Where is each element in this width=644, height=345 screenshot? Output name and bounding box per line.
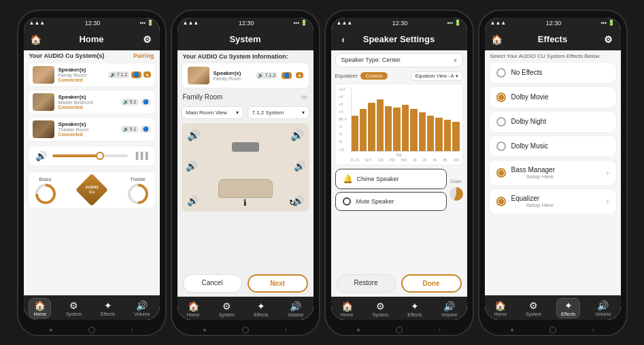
- eq-bar-col-7[interactable]: [410, 87, 417, 151]
- speaker-info-1: Speaker(s) Family Room Connected: [58, 67, 104, 82]
- ss-nav-effects-icon: ✦: [411, 301, 419, 312]
- treble-knob[interactable]: [128, 184, 148, 204]
- eq-bar-col-4[interactable]: [385, 87, 392, 151]
- eq-bar-col-8[interactable]: [419, 87, 426, 151]
- sys-nav-home[interactable]: 🏠 Home: [183, 299, 204, 318]
- logo-text: AUDIOCu: [85, 185, 98, 194]
- speaker-name-2: Speaker(s): [58, 94, 117, 100]
- effects-home-icon[interactable]: 🏠: [490, 33, 504, 46]
- phone-speaker-settings: ▲▲▲ 12:30 ▪▪▪ 🔋 ‹ Speaker Settings Speak…: [324, 10, 474, 336]
- system-info-card: Speaker(s) Family Room 🔊 7.1.2 🔵 ●: [182, 63, 309, 88]
- effect-name-no-effects: No Effects: [511, 69, 609, 76]
- ss-nav-effects[interactable]: ✦ Effects: [403, 299, 426, 318]
- effect-dolby-night[interactable]: Dolby Night: [489, 111, 617, 133]
- status-bar-ss: ▲▲▲ 12:30 ▪▪▪ 🔋: [331, 18, 467, 29]
- speaker-badges-1: 🔊 7.1.2 🔵 ●: [108, 71, 151, 78]
- eff-nav-system[interactable]: ⚙ System: [522, 299, 545, 318]
- effect-bass-manager[interactable]: Bass Manager Setup Here ›: [489, 160, 617, 186]
- eq-bar-col-2[interactable]: [368, 87, 375, 151]
- main-room-label: Main Room View: [186, 110, 227, 116]
- nav-home[interactable]: 🏠 Home: [29, 298, 51, 318]
- done-button[interactable]: Done: [401, 274, 462, 293]
- speaker-thumb-img-1: [33, 66, 54, 84]
- restore-button[interactable]: Restore: [337, 274, 396, 293]
- eq-bar-col-1[interactable]: [360, 87, 367, 151]
- eff-nav-effects[interactable]: ✦ Effects: [556, 298, 580, 318]
- eq-view-select[interactable]: Equalizer View - A ▾: [411, 71, 463, 81]
- eq-bar-4: [385, 106, 392, 151]
- eq-bar-0: [352, 116, 358, 151]
- speaker-row-2[interactable]: Speaker(s) Master Bedroom Connected 🔊 5.…: [28, 90, 156, 114]
- home-gear-icon[interactable]: ⚙: [141, 33, 154, 46]
- logo-center: AUDIOCu: [80, 178, 103, 201]
- speaker-badges-3: 🔊 9.1 🔵: [121, 126, 151, 133]
- eq-bar-col-3[interactable]: [377, 87, 384, 151]
- eq-bar-col-6[interactable]: [402, 87, 409, 151]
- system-dropdown[interactable]: 7.1.2 System ▾: [248, 106, 309, 119]
- volume-slider-thumb[interactable]: [96, 152, 104, 160]
- gesture-circle-3: [396, 327, 403, 333]
- effect-dolby-music[interactable]: Dolby Music: [489, 135, 617, 157]
- sys-nav-home-label: Home: [187, 312, 200, 317]
- effects-subtitle: Select Your AUDIO CU System Effects Belo…: [485, 50, 621, 61]
- eq-bar-col-11[interactable]: [444, 87, 451, 151]
- sys-nav-volume-icon: 🔊: [290, 301, 301, 312]
- eq-bar-8: [419, 112, 426, 150]
- sys-nav-effects-icon: ✦: [257, 301, 265, 312]
- mute-speaker-btn[interactable]: Mute Speaker: [335, 192, 447, 211]
- edit-icon[interactable]: ✏: [301, 93, 308, 102]
- ss-nav-system[interactable]: ⚙ System: [369, 299, 392, 318]
- ss-nav-home[interactable]: 🏠 Home: [337, 299, 358, 318]
- gesture-bar-1: ‹: [18, 325, 165, 335]
- radio-bass-manager: [496, 168, 506, 178]
- status-signal-3: ▲▲▲: [337, 20, 353, 26]
- cancel-button[interactable]: Cancel: [183, 274, 242, 293]
- gain-knob[interactable]: [450, 187, 463, 201]
- speaker-type-value: Speaker Type: Center: [341, 56, 454, 63]
- eq-bars-area: [351, 87, 460, 152]
- room-diagram: 🔊 🔊 🔊 🔊 🔊 🔊 ℹ ↻: [182, 123, 309, 212]
- treble-label: Treble: [130, 176, 145, 182]
- sys-nav-system[interactable]: ⚙ System: [215, 299, 239, 318]
- effect-no-effects[interactable]: No Effects: [489, 62, 617, 84]
- volume-slider-track[interactable]: [52, 154, 129, 157]
- eq-bar-col-9[interactable]: [427, 87, 434, 151]
- effects-content: Select Your AUDIO CU System Effects Belo…: [485, 50, 621, 295]
- eq-bar-col-10[interactable]: [435, 87, 442, 151]
- eff-nav-home[interactable]: 🏠 Home: [490, 299, 511, 318]
- ss-nav-volume[interactable]: 🔊 Volume: [437, 299, 461, 318]
- nav-effects[interactable]: ✦ Effects: [97, 299, 119, 318]
- eq-row: Equalizer Custom Equalizer View - A ▾: [331, 70, 467, 82]
- eff-nav-effects-label: Effects: [561, 312, 575, 316]
- home-icon[interactable]: 🏠: [29, 33, 43, 46]
- config-badge-2: 🔊 5.1: [121, 99, 139, 105]
- phone-home: ▲▲▲ 12:30 ▪▪▪ 🔋 🏠 Home ⚙ Your AUDIO Cu S…: [17, 10, 167, 336]
- effect-dolby-movie[interactable]: Dolby Movie: [489, 86, 617, 108]
- chime-speaker-btn[interactable]: 🔔 Chime Speaker: [335, 169, 447, 189]
- nav-system[interactable]: ⚙ System: [62, 299, 86, 318]
- eq-bar-col-0[interactable]: [352, 87, 358, 151]
- eff-nav-volume-icon: 🔊: [597, 300, 609, 311]
- status-bar-effects: ▲▲▲ 12:30 ▪▪▪ 🔋: [485, 18, 621, 29]
- eff-nav-volume[interactable]: 🔊 Volume: [591, 299, 615, 318]
- main-room-dropdown[interactable]: Main Room View ▾: [182, 106, 243, 119]
- sys-nav-effects[interactable]: ✦ Effects: [250, 299, 272, 318]
- speaker-row-3[interactable]: Speaker(s) Theater Room Connected 🔊 9.1 …: [28, 117, 156, 142]
- speaker-row-1[interactable]: Speaker(s) Family Room Connected 🔊 7.1.2…: [28, 63, 156, 87]
- nav-volume[interactable]: 🔊 Volume: [130, 299, 154, 318]
- eq-bar-col-12[interactable]: [452, 87, 459, 151]
- ss-nav-home-label: Home: [341, 312, 354, 317]
- ss-back-icon[interactable]: ‹: [337, 33, 350, 46]
- next-button[interactable]: Next: [248, 274, 308, 293]
- logo-diamond: AUDIOCu: [75, 174, 107, 206]
- speaker-thumb-3: [33, 120, 54, 138]
- diag-speaker-ml: 🔊: [186, 161, 197, 171]
- volume-bars-icon: ▐▐▐: [133, 152, 148, 159]
- eq-custom-btn[interactable]: Custom: [360, 72, 388, 80]
- sys-nav-volume[interactable]: 🔊 Volume: [284, 299, 307, 318]
- effects-gear-icon[interactable]: ⚙: [602, 33, 615, 46]
- effect-equalizer[interactable]: Equalizer Setup Here ›: [489, 188, 617, 214]
- speaker-type-select[interactable]: Speaker Type: Center ▾: [335, 53, 463, 67]
- eq-bar-col-5[interactable]: [393, 87, 400, 151]
- bass-knob[interactable]: [35, 184, 56, 204]
